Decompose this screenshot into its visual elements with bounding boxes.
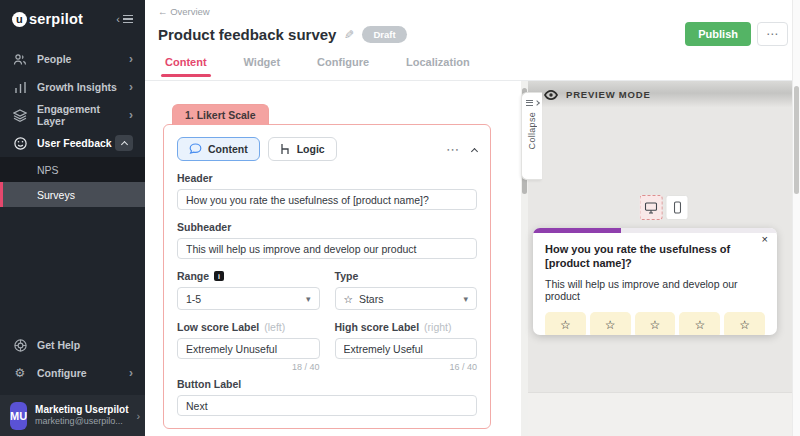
chevron-down-icon: ▾ [306,294,311,304]
preview-mode-label: PREVIEW MODE [566,89,651,100]
account-name: Marketing Userpilot [35,404,128,417]
high-score-counter: 16 / 40 [335,362,478,372]
sidebar-collapse-button[interactable]: ‹ [116,13,133,26]
eye-icon [544,89,558,101]
chevron-right-icon: › [136,410,140,422]
chevron-up-icon [120,141,127,148]
back-arrow-icon: ← [158,6,168,17]
status-badge: Draft [362,26,406,43]
likert-scale-card: Content Logic ⋯ Header [163,124,491,429]
chevron-right-icon: › [129,80,133,94]
collapse-preview-button[interactable]: Collapse [521,92,542,180]
button-label-field-label: Button Label [177,378,477,390]
chevron-right-icon [534,100,540,106]
high-score-hint: (right) [424,321,451,333]
star-button-3[interactable]: ☆ [635,312,676,336]
survey-preview-card: × How you you rate the usefulness of [pr… [533,228,777,335]
preview-footer-strip [528,392,800,436]
collapse-section-button[interactable] [115,135,133,151]
low-score-label: Low score Label [177,321,259,333]
range-select[interactable]: 1-5 ▾ [177,287,320,310]
logo-mark-icon: u [12,12,27,27]
sidebar-item-engagement-layer[interactable]: Engagement Layer › [0,101,145,129]
card-collapse-button[interactable] [472,140,477,158]
card-more-icon[interactable]: ⋯ [446,142,460,157]
header-field-label: Header [177,172,477,184]
sidebar-item-label: Growth Insights [37,81,129,93]
star-button-4[interactable]: ☆ [679,312,720,336]
gear-icon: ⚙ [12,366,28,380]
publish-button[interactable]: Publish [685,22,751,46]
range-field-label: Range [177,270,209,282]
sidebar-item-configure[interactable]: ⚙ Configure › [0,359,145,387]
main-area: ← Overview Product feedback survey ✎ Dra… [145,0,800,436]
account-email: marketing@userpilo... [35,416,128,427]
low-score-counter: 18 / 40 [177,362,320,372]
subheader-input[interactable] [177,238,477,259]
chevron-right-icon: › [129,52,133,66]
section-tab-likert-scale[interactable]: 1. Likert Scale [172,104,269,125]
sidebar-subitem-label: NPS [37,164,59,176]
star-button-5[interactable]: ☆ [724,312,765,336]
star-button-1[interactable]: ☆ [545,312,586,336]
chevron-down-icon: ▾ [463,294,468,304]
button-label-input[interactable] [177,395,477,416]
header-input[interactable] [177,189,477,210]
tab-widget[interactable]: Widget [244,56,281,77]
userpilot-logo: userpilot [12,11,83,27]
sidebar-subitem-label: Surveys [37,189,75,201]
tab-configure[interactable]: Configure [317,56,369,77]
close-icon[interactable]: × [762,234,768,245]
desktop-preview-button[interactable] [640,195,663,220]
star-icon: ☆ [344,293,353,305]
high-score-input[interactable] [335,338,478,359]
chevron-right-icon: › [129,108,133,122]
chevron-up-icon [471,148,478,155]
preview-panel: Collapse PREVIEW MODE [528,81,800,436]
sidebar-item-people[interactable]: People › [0,45,145,73]
more-options-button[interactable]: ⋯ [757,22,788,46]
survey-question: How you you rate the usefulness of [prod… [545,243,765,271]
page-title: Product feedback survey [158,26,336,43]
logic-toggle-button[interactable]: Logic [268,137,337,161]
speech-bubble-icon [189,143,202,155]
lifebuoy-icon [12,339,28,352]
survey-editor: 1. Likert Scale Content [145,81,521,436]
info-icon[interactable]: i [214,271,224,281]
smiley-icon [12,137,28,150]
mobile-preview-button[interactable] [666,195,689,220]
sidebar-item-label: People [37,53,129,65]
tab-localization[interactable]: Localization [406,56,470,77]
sidebar-subitem-nps[interactable]: NPS [0,157,145,182]
chevron-right-icon: › [129,366,133,380]
edit-title-icon[interactable]: ✎ [344,28,354,42]
breadcrumb[interactable]: ← Overview [158,6,790,17]
page-scrollbar[interactable] [792,0,800,436]
sidebar-item-label: Configure [37,367,129,379]
star-button-2[interactable]: ☆ [590,312,631,336]
tab-content[interactable]: Content [165,56,207,77]
sidebar-item-user-feedback[interactable]: User Feedback [0,129,145,157]
drag-handle-icon [526,98,533,108]
sidebar-item-label: Engagement Layer [37,103,129,127]
account-menu[interactable]: MU Marketing Userpilot marketing@userpil… [0,395,145,436]
star-rating: ☆ ☆ ☆ ☆ ☆ [545,312,765,336]
scrollbar-thumb[interactable] [794,86,799,194]
type-field-label: Type [335,270,478,282]
layers-icon [12,109,28,122]
low-score-input[interactable] [177,338,320,359]
app: userpilot ‹ People › Growth Insights › [0,0,800,436]
device-toggle [640,195,689,220]
avatar: MU [10,402,27,430]
preview-mode-header: PREVIEW MODE [528,81,800,108]
content-toggle-button[interactable]: Content [177,137,260,161]
type-select[interactable]: ☆ Stars ▾ [335,287,478,310]
tab-bar: Content Widget Configure Localization [158,56,790,77]
sidebar-item-get-help[interactable]: Get Help [0,331,145,359]
subheader-field-label: Subheader [177,221,477,233]
chevron-left-icon: ‹ [116,13,120,25]
survey-subtitle: This will help us improve and develop ou… [545,278,765,302]
sidebar-subitem-surveys[interactable]: Surveys [0,182,145,207]
sidebar-item-growth-insights[interactable]: Growth Insights › [0,73,145,101]
sidebar-item-label: User Feedback [37,137,115,149]
